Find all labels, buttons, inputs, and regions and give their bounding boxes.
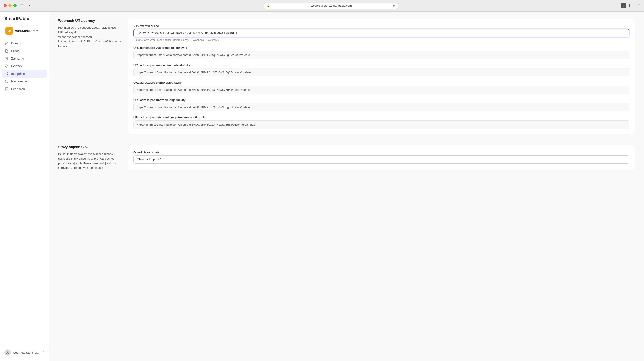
- address-bar[interactable]: 🔒 webareal-store.smartpablo.com ↻: [264, 3, 398, 9]
- webhook-description: Webhook URL adresy Pre integráciu je pot…: [58, 19, 121, 134]
- url-customers-value: https://connect.SmartPablo.com/webareal/…: [134, 120, 630, 129]
- url-delete-label: URL adresa pre zmazanie objednávky: [134, 98, 630, 102]
- sidebar-item-integracie-label: Integrácie: [11, 72, 25, 75]
- sidebar-bottom: WebAreal Store Ad... ⌃: [0, 346, 49, 361]
- sidebar-dropdown-button[interactable]: ▾: [28, 4, 32, 7]
- user-name: WebAreal Store Ad...: [12, 351, 40, 354]
- lock-icon: 🔒: [267, 4, 270, 7]
- sidebar-item-predaj[interactable]: Predaj: [2, 47, 47, 55]
- user-avatar-icon: [4, 349, 11, 356]
- webhook-desc-text: Pre integráciu je potrebné zadať nasledu…: [58, 25, 121, 49]
- tabs-button[interactable]: ⊞: [638, 3, 640, 8]
- verification-input[interactable]: [134, 29, 630, 37]
- order-status-card: Objednávka prijatá: [128, 145, 635, 170]
- url-cancel-group: URL adresa pre storno objednávky https:/…: [134, 81, 630, 94]
- minimize-button[interactable]: [8, 4, 12, 7]
- forward-button[interactable]: ›: [38, 3, 41, 8]
- url-delete-group: URL adresa pre zmazanie objednávky https…: [134, 98, 630, 111]
- order-status-description: Stavy objednávok Pokiaľ máte vo svojom W…: [58, 145, 121, 170]
- chevron-up-icon: ⌃: [42, 351, 44, 354]
- order-received-input[interactable]: [134, 155, 630, 164]
- settings-icon: [4, 80, 9, 83]
- store-avatar: W: [5, 27, 13, 35]
- url-text: webareal-store.smartpablo.com: [272, 4, 391, 7]
- verification-label: Váš overovací kód: [134, 24, 630, 28]
- url-cancel-label: URL adresa pre storno objednávky: [134, 81, 630, 84]
- fullscreen-button[interactable]: [14, 4, 16, 7]
- share-button[interactable]: ⬆: [628, 3, 631, 8]
- verification-field-group: Váš overovací kód Nájdete to vo WebAreal…: [134, 24, 630, 41]
- receipt-icon: [4, 49, 9, 53]
- url-create-group: URL adresa pre vytvorenie objednávky htt…: [134, 46, 630, 59]
- back-button[interactable]: ‹: [34, 3, 37, 8]
- reload-button[interactable]: ↻: [392, 4, 395, 7]
- app-logo: SmartPablo.: [0, 12, 49, 25]
- url-update-value: https://connect.SmartPablo.com/webareal/…: [134, 68, 630, 76]
- webhook-section: Webhook URL adresy Pre integráciu je pot…: [58, 19, 635, 134]
- store-selector[interactable]: W WebAreal Store: [2, 25, 47, 37]
- home-icon: [4, 41, 9, 45]
- order-status-section: Stavy objednávok Pokiaľ máte vo svojom W…: [58, 145, 635, 170]
- traffic-lights: [4, 4, 16, 7]
- url-cancel-value: https://connect.SmartPablo.com/webareal/…: [134, 86, 630, 94]
- sidebar-item-zakaznici-label: Zákazníci: [11, 57, 24, 60]
- svg-point-5: [7, 352, 8, 353]
- url-delete-value: https://connect.SmartPablo.com/webareal/…: [134, 103, 630, 111]
- main-content: Webhook URL adresy Pre integráciu je pot…: [49, 12, 644, 361]
- sidebar-item-feedback-label: Feedback: [11, 87, 25, 91]
- sidebar-item-predaj-label: Predaj: [11, 49, 20, 53]
- verification-hint: Nájdete to vo WebAreal v sekcií: Ďalšie …: [134, 38, 630, 41]
- sidebar-item-domov[interactable]: Domov: [2, 39, 47, 47]
- sidebar-item-zakaznici[interactable]: Zákazníci: [2, 55, 47, 62]
- close-button[interactable]: [4, 4, 7, 7]
- new-tab-button[interactable]: +: [633, 4, 635, 8]
- tag-icon: [4, 64, 9, 68]
- svg-point-0: [6, 57, 7, 58]
- browser-nav: ‹ ›: [34, 3, 42, 8]
- user-menu[interactable]: WebAreal Store Ad... ⌃: [4, 348, 46, 358]
- sidebar-item-nastavenia[interactable]: Nastavenia: [2, 77, 47, 85]
- svg-point-4: [6, 81, 7, 82]
- sidebar: SmartPablo. W WebAreal Store Domov: [0, 12, 49, 361]
- sidebar-item-integracie[interactable]: Integrácie: [2, 70, 47, 77]
- sidebar-toggle-button[interactable]: ⊞: [19, 3, 25, 8]
- users-icon: [4, 57, 9, 60]
- sidebar-nav: Domov Predaj: [0, 39, 49, 346]
- webhook-title: Webhook URL adresy: [58, 19, 121, 23]
- order-status-desc-text: Pokiaľ máte vo svojom WebAreal obchode u…: [58, 152, 121, 170]
- browser-actions: 🛡 ⬆ + ⊞: [620, 3, 640, 8]
- sidebar-item-polozky-label: Položky: [11, 64, 22, 68]
- sidebar-item-feedback[interactable]: Feedback: [2, 85, 47, 93]
- url-create-value: https://connect.SmartPablo.com/webareal/…: [134, 51, 630, 59]
- sidebar-item-nastavenia-label: Nastavenia: [11, 80, 27, 83]
- order-received-group: Objednávka prijatá: [134, 151, 630, 164]
- url-customers-label: URL adresa pre vytvorenie registrovaného…: [134, 116, 630, 119]
- order-status-title: Stavy objednávok: [58, 145, 121, 149]
- store-name: WebAreal Store: [15, 29, 38, 33]
- sidebar-item-domov-label: Domov: [11, 41, 21, 45]
- url-create-label: URL adresa pre vytvorenie objednávky: [134, 46, 630, 49]
- chat-icon: [4, 87, 9, 91]
- url-update-label: URL adresa pre zmenu stavu objednávky: [134, 63, 630, 67]
- browser-chrome: ⊞ ▾ ‹ › 🔒 webareal-store.smartpablo.com …: [0, 0, 644, 12]
- integrations-icon: [4, 72, 9, 75]
- url-customers-group: URL adresa pre vytvorenie registrovaného…: [134, 116, 630, 129]
- extension-icon[interactable]: 🛡: [620, 3, 626, 8]
- sidebar-item-polozky[interactable]: Položky: [2, 62, 47, 70]
- order-received-label: Objednávka prijatá: [134, 151, 630, 154]
- webhook-card: Váš overovací kód Nájdete to vo WebAreal…: [128, 19, 635, 134]
- url-update-group: URL adresa pre zmenu stavu objednávky ht…: [134, 63, 630, 76]
- app-layout: SmartPablo. W WebAreal Store Domov: [0, 12, 644, 361]
